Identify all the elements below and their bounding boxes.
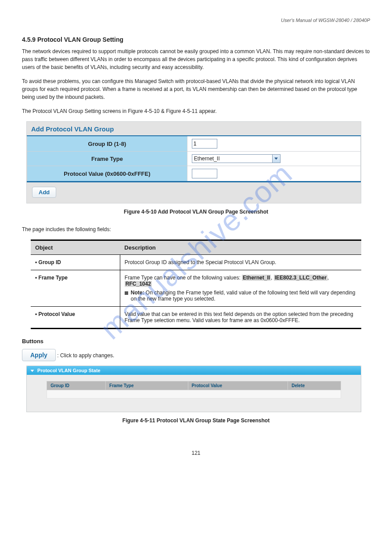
group-id-input[interactable] bbox=[192, 139, 217, 149]
desc-row-frame-type: • Frame Type Frame Type can have one of … bbox=[31, 270, 361, 307]
note-label: Note: bbox=[131, 290, 146, 296]
state-table-empty-row bbox=[47, 390, 341, 399]
state-col-group-id: Group ID bbox=[47, 381, 106, 390]
note-text: On changing the Frame type field, valid … bbox=[131, 290, 356, 302]
add-button[interactable]: Add bbox=[32, 187, 56, 198]
protocol-value-label: Protocol Value (0x0600-0xFFFE) bbox=[27, 166, 187, 182]
frame-type-chip-ethernet: Ethernet_II bbox=[242, 275, 271, 281]
bullet-icon bbox=[125, 291, 128, 295]
desc-obj-protocol-value: Protocol Value bbox=[39, 311, 75, 317]
frame-type-label: Frame Type bbox=[27, 152, 187, 166]
desc-row-group-id: • Group ID Protocol Group ID assigned to… bbox=[31, 255, 361, 270]
panel-title: Add Protocol VLAN Group bbox=[27, 122, 361, 135]
frame-type-selected: Ethernet_II bbox=[194, 156, 220, 162]
desc-col-description: Description bbox=[120, 240, 361, 255]
desc-obj-frame-type: Frame Type bbox=[39, 275, 68, 281]
manual-header: User's Manual of WGSW-28040 / 28040P bbox=[22, 18, 370, 23]
buttons-heading: Buttons bbox=[22, 338, 370, 345]
desc-text-frame-type: Frame Type can have one of the following… bbox=[120, 270, 361, 307]
apply-button[interactable]: Apply bbox=[22, 349, 56, 361]
section-title: 4.5.9 Protocol VLAN Group Setting bbox=[22, 36, 370, 43]
state-col-protocol-value: Protocol Value bbox=[188, 381, 288, 390]
add-protocol-vlan-group-panel: Add Protocol VLAN Group Group ID (1-8) F… bbox=[26, 121, 361, 203]
figure-caption-state: Figure 4-5-11 Protocol VLAN Group State … bbox=[22, 417, 370, 424]
desc-col-object: Object bbox=[31, 240, 120, 255]
state-panel-title: Protocol VLAN Group State bbox=[37, 368, 101, 373]
page-number: 121 bbox=[22, 450, 370, 456]
intro-paragraph-2: To avoid these problems, you can configu… bbox=[22, 77, 370, 101]
desc-obj-group-id: Group ID bbox=[39, 259, 61, 265]
state-col-frame-type: Frame Type bbox=[106, 381, 188, 390]
state-table: Group ID Frame Type Protocol Value Delet… bbox=[47, 381, 341, 399]
figure-lead: The Protocol VLAN Group Setting screens … bbox=[22, 107, 370, 115]
apply-button-desc: : Click to apply changes. bbox=[57, 352, 114, 359]
form-row-protocol-value: Protocol Value (0x0600-0xFFFE) bbox=[27, 166, 361, 182]
form-table: Group ID (1-8) Frame Type Ethernet_II bbox=[27, 135, 361, 182]
frame-type-chip-llc: IEE802.3_LLC_Other bbox=[274, 275, 327, 281]
figure-caption-add: Figure 4-5-10 Add Protocol VLAN Group Pa… bbox=[22, 209, 370, 215]
collapse-icon bbox=[31, 370, 34, 372]
state-col-delete: Delete bbox=[288, 381, 341, 390]
group-id-label: Group ID (1-8) bbox=[27, 136, 187, 152]
state-panel-header[interactable]: Protocol VLAN Group State bbox=[27, 366, 361, 375]
desc-lead: The page includes the following fields: bbox=[22, 225, 370, 233]
form-row-group-id: Group ID (1-8) bbox=[27, 136, 361, 152]
protocol-vlan-group-state-panel: Protocol VLAN Group State Group ID Frame… bbox=[26, 366, 361, 412]
frame-type-select[interactable]: Ethernet_II bbox=[192, 154, 281, 163]
intro-paragraph-1: The network devices required to support … bbox=[22, 47, 370, 71]
chevron-down-icon bbox=[272, 155, 280, 163]
desc-row-protocol-value: • Protocol Value Valid value that can be… bbox=[31, 307, 361, 329]
protocol-value-input[interactable] bbox=[192, 169, 217, 178]
form-row-frame-type: Frame Type Ethernet_II bbox=[27, 152, 361, 166]
frame-type-chip-rfc: RFC_1042 bbox=[125, 281, 152, 287]
frame-type-line1-pre: Frame Type can have one of the following… bbox=[125, 275, 242, 281]
desc-text-protocol-value: Valid value that can be entered in this … bbox=[120, 307, 361, 329]
desc-text-group-id: Protocol Group ID assigned to the Specia… bbox=[120, 255, 361, 270]
description-table: Object Description • Group ID Protocol G… bbox=[31, 239, 361, 329]
